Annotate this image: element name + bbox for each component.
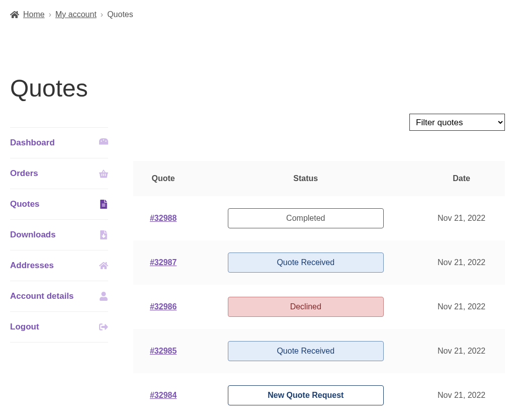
date-cell: Nov 21, 2022 xyxy=(418,196,505,240)
logout-icon xyxy=(99,322,108,331)
sidebar-item-label: Account details xyxy=(10,291,74,301)
dashboard-icon xyxy=(99,138,108,147)
download-file-icon xyxy=(99,230,108,239)
status-badge: New Quote Request xyxy=(228,385,384,405)
sidebar-item-label: Orders xyxy=(10,169,38,179)
sidebar-item-account-details[interactable]: Account details xyxy=(10,281,108,311)
breadcrumb-separator: › xyxy=(101,10,103,19)
main-content: Filter quotes Quote Status Date #32988Co… xyxy=(133,120,505,417)
user-icon xyxy=(99,292,108,301)
quote-link[interactable]: #32988 xyxy=(150,214,177,222)
status-badge: Quote Received xyxy=(228,341,384,361)
sidebar-item-orders[interactable]: Orders xyxy=(10,158,108,189)
breadcrumb-separator: › xyxy=(49,10,51,19)
quote-link[interactable]: #32984 xyxy=(150,391,177,399)
col-header-status: Status xyxy=(193,161,418,196)
date-cell: Nov 21, 2022 xyxy=(418,329,505,373)
date-cell: Nov 21, 2022 xyxy=(418,373,505,417)
sidebar-item-logout[interactable]: Logout xyxy=(10,311,108,343)
breadcrumb: Home › My account › Quotes xyxy=(10,10,505,19)
table-row: #32984New Quote RequestNov 21, 2022 xyxy=(133,373,505,417)
date-cell: Nov 21, 2022 xyxy=(418,240,505,285)
home-icon xyxy=(99,261,108,270)
sidebar-item-addresses[interactable]: Addresses xyxy=(10,250,108,281)
sidebar: Dashboard Orders Quotes Downloads Addres… xyxy=(10,127,108,343)
breadcrumb-current: Quotes xyxy=(107,10,133,19)
table-row: #32987Quote ReceivedNov 21, 2022 xyxy=(133,240,505,285)
quote-link[interactable]: #32985 xyxy=(150,347,177,355)
breadcrumb-home-link[interactable]: Home xyxy=(23,10,45,19)
breadcrumb-myaccount-link[interactable]: My account xyxy=(55,10,97,19)
sidebar-item-label: Downloads xyxy=(10,230,56,240)
sidebar-item-label: Quotes xyxy=(10,199,40,209)
table-row: #32988CompletedNov 21, 2022 xyxy=(133,196,505,240)
sidebar-item-label: Dashboard xyxy=(10,138,55,148)
sidebar-item-label: Addresses xyxy=(10,261,54,271)
date-cell: Nov 21, 2022 xyxy=(418,285,505,329)
filter-quotes-select[interactable]: Filter quotes xyxy=(409,114,505,131)
page-title: Quotes xyxy=(10,74,505,102)
sidebar-item-label: Logout xyxy=(10,322,39,332)
quotes-table: Quote Status Date #32988CompletedNov 21,… xyxy=(133,161,505,417)
status-badge: Quote Received xyxy=(228,253,384,273)
sidebar-item-downloads[interactable]: Downloads xyxy=(10,219,108,250)
sidebar-item-quotes[interactable]: Quotes xyxy=(10,189,108,219)
table-row: #32985Quote ReceivedNov 21, 2022 xyxy=(133,329,505,373)
table-row: #32986DeclinedNov 21, 2022 xyxy=(133,285,505,329)
col-header-quote: Quote xyxy=(133,161,193,196)
quote-link[interactable]: #32987 xyxy=(150,258,177,267)
status-badge: Completed xyxy=(228,208,384,228)
status-badge: Declined xyxy=(228,297,384,317)
quote-link[interactable]: #32986 xyxy=(150,302,177,311)
sidebar-item-dashboard[interactable]: Dashboard xyxy=(10,127,108,158)
basket-icon xyxy=(99,169,108,178)
col-header-date: Date xyxy=(418,161,505,196)
home-icon xyxy=(10,10,19,19)
file-icon xyxy=(99,200,108,209)
